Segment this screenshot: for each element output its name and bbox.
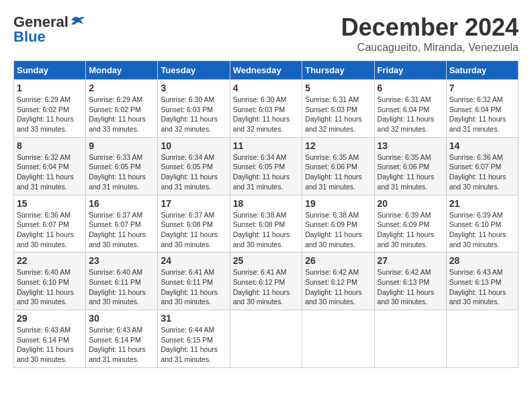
calendar-day-cell: 15Sunrise: 6:36 AM Sunset: 6:07 PM Dayli…: [14, 195, 86, 253]
month-title: December 2024: [341, 13, 519, 42]
day-info: Sunrise: 6:33 AM Sunset: 6:05 PM Dayligh…: [89, 152, 154, 192]
day-number: 25: [233, 255, 300, 266]
day-number: 20: [378, 198, 443, 209]
calendar-day-cell: 11Sunrise: 6:34 AM Sunset: 6:05 PM Dayli…: [230, 137, 302, 195]
calendar-day-cell: 24Sunrise: 6:41 AM Sunset: 6:11 PM Dayli…: [158, 253, 230, 310]
day-info: Sunrise: 6:39 AM Sunset: 6:09 PM Dayligh…: [378, 210, 443, 250]
day-number: 31: [161, 313, 226, 324]
day-info: Sunrise: 6:39 AM Sunset: 6:10 PM Dayligh…: [449, 210, 515, 250]
day-number: 15: [17, 198, 83, 209]
day-info: Sunrise: 6:31 AM Sunset: 6:04 PM Dayligh…: [378, 95, 443, 134]
calendar-day-cell: 1Sunrise: 6:29 AM Sunset: 6:02 PM Daylig…: [14, 80, 86, 138]
calendar-day-cell: 10Sunrise: 6:34 AM Sunset: 6:05 PM Dayli…: [158, 137, 230, 195]
day-of-week-header: Tuesday: [158, 61, 230, 80]
calendar-day-cell: [230, 310, 302, 368]
day-number: 10: [161, 140, 226, 151]
day-info: Sunrise: 6:37 AM Sunset: 6:08 PM Dayligh…: [161, 210, 226, 250]
day-number: 13: [378, 140, 443, 151]
calendar-day-cell: 18Sunrise: 6:38 AM Sunset: 6:08 PM Dayli…: [230, 195, 302, 253]
day-info: Sunrise: 6:31 AM Sunset: 6:03 PM Dayligh…: [305, 95, 371, 134]
calendar-day-cell: 29Sunrise: 6:43 AM Sunset: 6:14 PM Dayli…: [14, 310, 86, 368]
calendar-week-row: 29Sunrise: 6:43 AM Sunset: 6:14 PM Dayli…: [14, 310, 519, 368]
calendar-week-row: 1Sunrise: 6:29 AM Sunset: 6:02 PM Daylig…: [14, 80, 519, 138]
calendar-week-row: 22Sunrise: 6:40 AM Sunset: 6:10 PM Dayli…: [14, 253, 519, 310]
day-info: Sunrise: 6:34 AM Sunset: 6:05 PM Dayligh…: [161, 152, 226, 192]
day-info: Sunrise: 6:44 AM Sunset: 6:15 PM Dayligh…: [161, 325, 226, 365]
day-info: Sunrise: 6:29 AM Sunset: 6:02 PM Dayligh…: [17, 95, 83, 134]
day-number: 18: [233, 198, 300, 209]
day-number: 4: [233, 83, 300, 93]
day-number: 12: [305, 140, 371, 151]
day-info: Sunrise: 6:38 AM Sunset: 6:09 PM Dayligh…: [305, 210, 371, 250]
calendar-day-cell: 16Sunrise: 6:37 AM Sunset: 6:07 PM Dayli…: [86, 195, 158, 253]
calendar-day-cell: 12Sunrise: 6:35 AM Sunset: 6:06 PM Dayli…: [302, 137, 374, 195]
day-info: Sunrise: 6:36 AM Sunset: 6:07 PM Dayligh…: [449, 152, 515, 192]
day-info: Sunrise: 6:30 AM Sunset: 6:03 PM Dayligh…: [233, 95, 300, 134]
page-header: General Blue December 2024 Caucagueito, …: [13, 13, 519, 54]
day-number: 21: [449, 198, 515, 209]
calendar-day-cell: 21Sunrise: 6:39 AM Sunset: 6:10 PM Dayli…: [446, 195, 518, 253]
calendar-day-cell: [446, 310, 518, 368]
calendar-day-cell: 31Sunrise: 6:44 AM Sunset: 6:15 PM Dayli…: [158, 310, 230, 368]
calendar-day-cell: [374, 310, 446, 368]
day-info: Sunrise: 6:42 AM Sunset: 6:12 PM Dayligh…: [305, 267, 371, 307]
day-number: 27: [378, 255, 443, 266]
day-info: Sunrise: 6:32 AM Sunset: 6:04 PM Dayligh…: [449, 95, 515, 134]
day-number: 24: [161, 255, 226, 266]
calendar-day-cell: 9Sunrise: 6:33 AM Sunset: 6:05 PM Daylig…: [86, 137, 158, 195]
day-number: 30: [89, 313, 154, 324]
logo-bird-icon: [70, 15, 85, 27]
calendar-day-cell: 13Sunrise: 6:35 AM Sunset: 6:06 PM Dayli…: [374, 137, 446, 195]
day-info: Sunrise: 6:32 AM Sunset: 6:04 PM Dayligh…: [17, 152, 83, 192]
day-number: 1: [17, 83, 83, 93]
calendar-day-cell: 23Sunrise: 6:40 AM Sunset: 6:11 PM Dayli…: [86, 253, 158, 310]
calendar-day-cell: 6Sunrise: 6:31 AM Sunset: 6:04 PM Daylig…: [374, 80, 446, 138]
day-number: 2: [89, 83, 154, 93]
day-info: Sunrise: 6:36 AM Sunset: 6:07 PM Dayligh…: [17, 210, 83, 250]
day-info: Sunrise: 6:29 AM Sunset: 6:02 PM Dayligh…: [89, 95, 154, 134]
day-of-week-header: Sunday: [14, 61, 86, 80]
day-number: 9: [89, 140, 154, 151]
day-info: Sunrise: 6:41 AM Sunset: 6:11 PM Dayligh…: [161, 267, 226, 307]
day-info: Sunrise: 6:40 AM Sunset: 6:10 PM Dayligh…: [17, 267, 83, 307]
calendar-day-cell: 3Sunrise: 6:30 AM Sunset: 6:03 PM Daylig…: [158, 80, 230, 138]
calendar-day-cell: 4Sunrise: 6:30 AM Sunset: 6:03 PM Daylig…: [230, 80, 302, 138]
day-info: Sunrise: 6:35 AM Sunset: 6:06 PM Dayligh…: [378, 152, 443, 192]
day-number: 23: [89, 255, 154, 266]
day-number: 28: [449, 255, 515, 266]
calendar-week-row: 8Sunrise: 6:32 AM Sunset: 6:04 PM Daylig…: [14, 137, 519, 195]
day-info: Sunrise: 6:43 AM Sunset: 6:14 PM Dayligh…: [17, 325, 83, 365]
day-number: 11: [233, 140, 300, 151]
day-number: 3: [161, 83, 226, 93]
day-of-week-header: Wednesday: [230, 61, 302, 80]
title-block: December 2024 Caucagueito, Miranda, Vene…: [341, 13, 519, 54]
day-info: Sunrise: 6:41 AM Sunset: 6:12 PM Dayligh…: [233, 267, 300, 307]
calendar-day-cell: 14Sunrise: 6:36 AM Sunset: 6:07 PM Dayli…: [446, 137, 518, 195]
day-info: Sunrise: 6:43 AM Sunset: 6:13 PM Dayligh…: [449, 267, 515, 307]
day-number: 22: [17, 255, 83, 266]
day-number: 17: [161, 198, 226, 209]
calendar-day-cell: [302, 310, 374, 368]
calendar-day-cell: 5Sunrise: 6:31 AM Sunset: 6:03 PM Daylig…: [302, 80, 374, 138]
location-text: Caucagueito, Miranda, Venezuela: [341, 42, 519, 54]
day-number: 26: [305, 255, 371, 266]
day-number: 29: [17, 313, 83, 324]
calendar-day-cell: 27Sunrise: 6:42 AM Sunset: 6:13 PM Dayli…: [374, 253, 446, 310]
calendar-day-cell: 28Sunrise: 6:43 AM Sunset: 6:13 PM Dayli…: [446, 253, 518, 310]
day-of-week-header: Monday: [86, 61, 158, 80]
day-info: Sunrise: 6:40 AM Sunset: 6:11 PM Dayligh…: [89, 267, 154, 307]
day-number: 16: [89, 198, 154, 209]
day-number: 14: [449, 140, 515, 151]
day-info: Sunrise: 6:37 AM Sunset: 6:07 PM Dayligh…: [89, 210, 154, 250]
calendar-day-cell: 19Sunrise: 6:38 AM Sunset: 6:09 PM Dayli…: [302, 195, 374, 253]
day-info: Sunrise: 6:42 AM Sunset: 6:13 PM Dayligh…: [378, 267, 443, 307]
day-of-week-header: Friday: [374, 61, 446, 80]
logo-blue-text: Blue: [13, 28, 46, 46]
day-info: Sunrise: 6:38 AM Sunset: 6:08 PM Dayligh…: [233, 210, 300, 250]
calendar-header-row: SundayMondayTuesdayWednesdayThursdayFrid…: [14, 61, 519, 80]
day-info: Sunrise: 6:30 AM Sunset: 6:03 PM Dayligh…: [161, 95, 226, 134]
day-number: 19: [305, 198, 371, 209]
calendar-day-cell: 17Sunrise: 6:37 AM Sunset: 6:08 PM Dayli…: [158, 195, 230, 253]
logo: General Blue: [13, 13, 85, 46]
day-of-week-header: Thursday: [302, 61, 374, 80]
